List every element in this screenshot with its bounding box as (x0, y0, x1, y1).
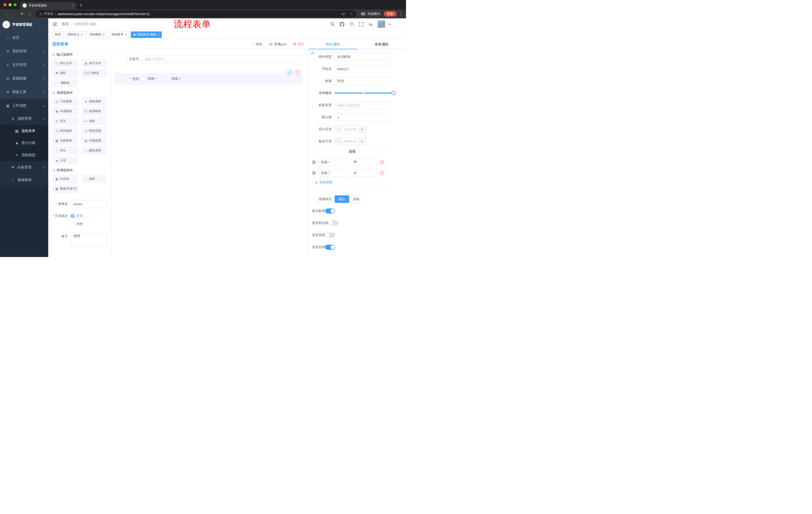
palette-component[interactable]: ☝ 按钮 (81, 175, 107, 183)
sidebar-item[interactable]: ≣ 流程管理 ▴ (0, 112, 48, 125)
help-icon[interactable]: ? (349, 21, 354, 27)
search-icon[interactable] (330, 21, 336, 27)
page-tag[interactable]: 流程定义 × (65, 31, 85, 38)
palette-component[interactable]: ◷ 时间选择 (52, 127, 78, 135)
delete-component-button[interactable] (295, 70, 300, 75)
github-icon[interactable] (340, 21, 345, 27)
close-window-button[interactable] (3, 3, 6, 6)
browser-tab[interactable]: 芋道管理系统 × (20, 2, 76, 9)
minimize-window-button[interactable] (8, 3, 11, 6)
remove-option-icon[interactable] (380, 171, 384, 175)
page-tag[interactable]: 流程表单 × (109, 31, 129, 38)
close-tab-icon[interactable]: × (72, 3, 74, 7)
close-tag-icon[interactable]: × (81, 33, 83, 36)
font-size-icon[interactable]: TT (368, 21, 374, 27)
sidebar-item[interactable]: ⊞ 基础设施 ▾ (0, 72, 48, 85)
min-select-input[interactable] (342, 126, 358, 133)
fullscreen-icon[interactable] (358, 21, 364, 27)
drag-handle-icon[interactable] (312, 171, 316, 175)
close-tag-icon[interactable]: × (125, 33, 127, 36)
option-value-input[interactable] (351, 169, 378, 177)
status-off-radio[interactable]: 关闭 (71, 220, 83, 228)
back-icon[interactable]: ← (3, 12, 10, 16)
palette-component[interactable]: ▣ 行容器 (52, 175, 78, 183)
checkbox[interactable] (166, 77, 169, 80)
sidebar-item[interactable]: ☺ 请假查询 (0, 174, 48, 186)
browser-menu-icon[interactable]: ⋮ (399, 11, 403, 16)
style-default-button[interactable]: 默认 (335, 195, 349, 203)
increase-button[interactable]: + (358, 126, 366, 133)
option-label-input[interactable] (318, 169, 349, 177)
palette-component[interactable]: ⊷ 滑块 (81, 117, 107, 125)
phone-input[interactable] (142, 55, 303, 63)
caret-down-icon[interactable]: ▾ (389, 23, 390, 26)
save-button[interactable]: ✓ 保存 (252, 42, 262, 47)
collapse-sidebar-icon[interactable] (52, 21, 58, 27)
palette-component[interactable]: 编辑器 (52, 79, 78, 87)
remove-option-icon[interactable] (380, 160, 384, 164)
form-name-input[interactable] (71, 200, 107, 208)
copy-component-button[interactable] (287, 70, 292, 75)
add-option-button[interactable]: ⊕ 添加选项 (315, 180, 392, 185)
decrease-button[interactable]: − (335, 126, 342, 133)
slider-handle[interactable] (392, 91, 396, 95)
palette-component[interactable]: ▩ 表格[开发中] (52, 185, 78, 193)
sidebar-item[interactable]: ✈ 流程模型 (0, 149, 48, 161)
sidebar-logo[interactable]: 芋道管理系统 (0, 18, 48, 31)
palette-component[interactable]: ▤ 多行文本 (81, 59, 107, 67)
palette-component[interactable]: ☑ 多选框组 (81, 107, 107, 115)
toggle-switch[interactable] (328, 220, 339, 225)
toggle-switch[interactable] (325, 209, 335, 214)
palette-component[interactable]: ◑ 颜色选择 (81, 146, 107, 155)
toggle-switch[interactable] (325, 245, 335, 250)
browser-update-button[interactable]: 更新 (384, 11, 397, 17)
close-tag-icon[interactable]: × (103, 33, 105, 36)
decrease-button[interactable]: − (335, 138, 342, 145)
breadcrumb-home[interactable]: 首页 (62, 22, 69, 26)
home-icon[interactable]: ⌂ (26, 12, 33, 16)
tab-component-props[interactable]: 组件属性 (309, 39, 357, 49)
palette-component[interactable]: ◉ 单选框组 (52, 107, 78, 115)
sidebar-item[interactable]: ▣ 工作流程 ▴ (0, 99, 48, 112)
label-width-input[interactable] (335, 101, 392, 109)
checkbox-option[interactable]: 选项一 (142, 77, 157, 81)
reload-icon[interactable]: ↻ (19, 11, 25, 16)
key-icon[interactable] (341, 11, 346, 17)
remark-input[interactable]: 嘿嘿 (71, 232, 107, 247)
status-on-radio[interactable]: 开启 (71, 212, 83, 220)
component-type-select[interactable]: 多选框组 ▾ (335, 53, 392, 61)
checkbox-option[interactable]: 选项二 (166, 77, 181, 81)
form-item-gender[interactable]: 性别 选项一 选项二 (114, 73, 303, 85)
form-grid-slider[interactable] (335, 89, 394, 97)
palette-component[interactable]: ⋔ 级联选择 (81, 97, 107, 106)
default-value-input[interactable] (335, 113, 392, 121)
url-input[interactable]: ⚠ 不安全 | dashboard.yudao.iocoder.cn/bpm/m… (36, 10, 356, 17)
bookmark-star-icon[interactable]: ☆ (350, 12, 353, 16)
sidebar-item[interactable]: ▤ 流程表单 (0, 125, 48, 137)
increase-button[interactable]: + (358, 138, 366, 145)
page-tag[interactable]: 流程模型 × (87, 31, 108, 38)
view-json-button[interactable]: 查看json (269, 42, 287, 47)
palette-component[interactable]: ◎ 下拉选择 (52, 97, 78, 106)
sidebar-item[interactable]: ⚙ 系统管理 ▾ (0, 45, 48, 58)
palette-component[interactable]: ✱ 密码 (52, 69, 78, 77)
field-name-input[interactable] (335, 65, 392, 73)
new-tab-button[interactable]: + (79, 2, 82, 8)
sidebar-item[interactable]: ⌂ 首页 (0, 31, 48, 45)
sidebar-item[interactable]: ⚑ 任务管理 ▾ (0, 161, 48, 174)
security-chip[interactable]: ⚠ 不安全 | (39, 11, 56, 16)
palette-component[interactable]: ⊙ 开关 (52, 117, 78, 125)
page-tag[interactable]: 流程表单-编辑 × (131, 31, 162, 38)
palette-component[interactable]: ◶ 时间范围 (81, 127, 107, 135)
palette-component[interactable]: ▦ 日期选择 (52, 137, 78, 145)
page-tag[interactable]: 首页 (52, 31, 63, 38)
form-item-phone[interactable]: 手机号 (114, 55, 303, 63)
option-value-input[interactable] (351, 158, 378, 166)
zoom-window-button[interactable] (13, 3, 17, 6)
sidebar-item[interactable]: ☻ 用户分组 (0, 137, 48, 149)
palette-component[interactable]: ☆ 评分 (52, 146, 78, 155)
title-input[interactable] (335, 77, 392, 85)
clear-button[interactable]: 清空 (293, 42, 304, 47)
palette-component[interactable]: ▭ 单行文本 (52, 59, 78, 67)
palette-component[interactable]: 123 计数器 (81, 69, 107, 77)
